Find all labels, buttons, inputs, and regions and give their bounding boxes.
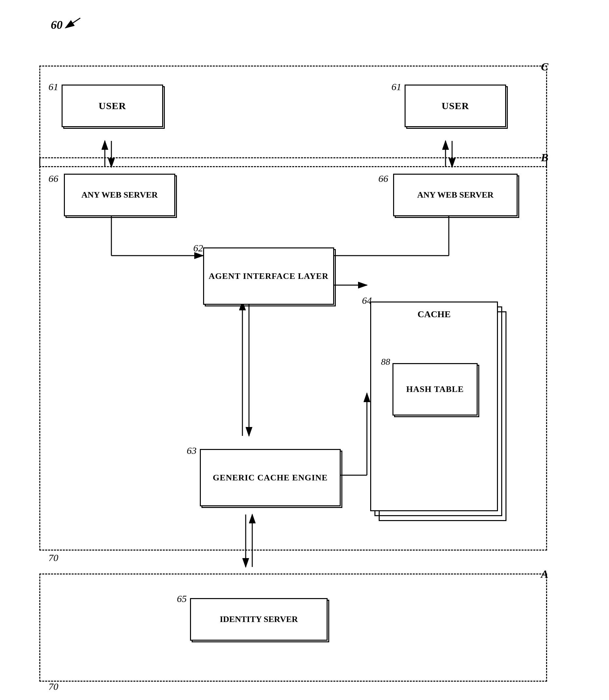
hash-table-box: HASH TABLE (393, 363, 477, 415)
ref-66-left: 66 (49, 173, 58, 184)
ref-62: 62 (193, 242, 203, 254)
ref-70-b: 70 (49, 552, 58, 563)
agent-interface-box: AGENT INTERFACE LAYER (203, 247, 334, 305)
ref-88: 88 (381, 357, 390, 367)
region-b-label: B (541, 151, 549, 164)
ref-65: 65 (177, 593, 187, 604)
cache-outer-box: CACHE 88 HASH TABLE (370, 302, 498, 511)
ref-61-left: 61 (49, 81, 58, 92)
diagram: 60 C 61 USER 61 USER B 70 66 (0, 0, 609, 700)
ref-70-a: 70 (49, 681, 58, 692)
user-left-box: USER (62, 85, 163, 127)
cache-label: CACHE (371, 309, 497, 320)
web-server-right-box: ANY WEB SERVER (393, 174, 518, 216)
svg-line-17 (66, 18, 80, 28)
ref-61-right: 61 (392, 81, 401, 92)
generic-cache-box: GENERIC CACHE ENGINE (200, 449, 341, 506)
user-right-box: USER (404, 85, 506, 127)
region-a-label: A (541, 568, 549, 580)
identity-server-box: IDENTITY SERVER (190, 598, 328, 641)
fig-arrow (60, 16, 87, 33)
ref-63: 63 (187, 445, 196, 456)
ref-66-right: 66 (378, 173, 388, 184)
region-c-label: C (541, 61, 549, 73)
web-server-left-box: ANY WEB SERVER (64, 174, 175, 216)
